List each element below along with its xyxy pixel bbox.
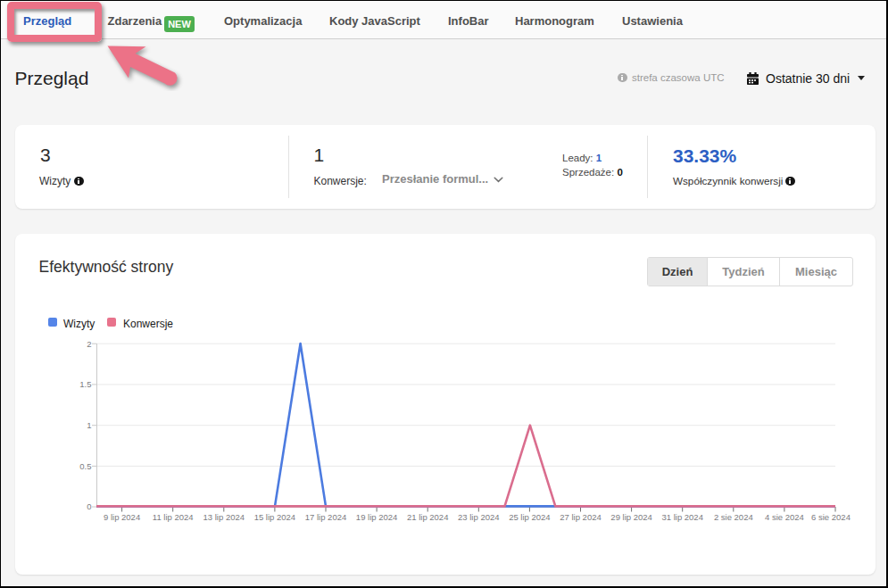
- svg-text:17 lip 2024: 17 lip 2024: [305, 512, 346, 522]
- svg-text:4 sie 2024: 4 sie 2024: [765, 512, 804, 522]
- svg-text:2 sie 2024: 2 sie 2024: [714, 512, 753, 522]
- svg-text:1.5: 1.5: [79, 379, 91, 389]
- svg-text:11 lip 2024: 11 lip 2024: [153, 512, 194, 522]
- svg-text:6 sie 2024: 6 sie 2024: [811, 512, 851, 522]
- svg-text:15 lip 2024: 15 lip 2024: [254, 512, 295, 522]
- svg-text:23 lip 2024: 23 lip 2024: [458, 512, 499, 522]
- svg-text:13 lip 2024: 13 lip 2024: [203, 512, 245, 522]
- svg-text:19 lip 2024: 19 lip 2024: [356, 512, 397, 522]
- svg-text:0.5: 0.5: [79, 461, 91, 471]
- svg-text:9 lip 2024: 9 lip 2024: [104, 512, 140, 522]
- svg-text:27 lip 2024: 27 lip 2024: [560, 512, 601, 522]
- svg-text:31 lip 2024: 31 lip 2024: [661, 512, 702, 522]
- svg-text:2: 2: [87, 339, 91, 349]
- svg-text:25 lip 2024: 25 lip 2024: [509, 512, 550, 522]
- svg-text:0: 0: [87, 501, 91, 511]
- svg-text:21 lip 2024: 21 lip 2024: [407, 512, 448, 522]
- svg-text:1: 1: [87, 420, 91, 430]
- svg-text:29 lip 2024: 29 lip 2024: [610, 512, 651, 522]
